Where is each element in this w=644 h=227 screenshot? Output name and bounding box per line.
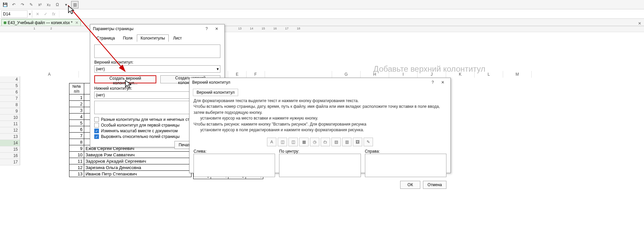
header-inner-tab[interactable]: Верхний колонтитул <box>193 89 238 96</box>
dialog-titlebar[interactable]: Параметры страницы ? ✕ <box>90 24 224 33</box>
subscript-icon[interactable]: x₂ <box>45 1 52 8</box>
format-text-icon[interactable]: A <box>267 138 276 146</box>
name-box-dropdown-icon[interactable]: ▾ <box>28 10 32 18</box>
help-icon[interactable]: ? <box>202 26 212 31</box>
row-header[interactable]: 17 <box>0 159 20 165</box>
header-toolbar: A ◫ ◫ ▦ ◷ 🗀 ▤ ▥ 🖼 ✎ <box>190 138 450 146</box>
sheet-name-icon[interactable]: ▥ <box>342 138 352 146</box>
workbook-tab-label: E43_Учебный файл — копия.xlsx * <box>8 20 72 25</box>
quick-access-toolbar: 💾 ↶ ↷ ✎ x² x₂ Ω ▾ ▥ <box>0 0 644 9</box>
left-section-label: Слева: <box>194 149 207 154</box>
row-header[interactable]: 10 <box>0 115 20 121</box>
row-header[interactable]: 11 <box>0 121 20 127</box>
redo-icon[interactable]: ↷ <box>19 1 26 8</box>
format-picture-icon[interactable]: ✎ <box>364 138 373 146</box>
right-section-input[interactable] <box>365 154 446 177</box>
close-tab-icon[interactable]: ✕ <box>75 20 78 25</box>
dialog-titlebar[interactable]: Верхний колонтитул ? ✕ <box>190 78 450 87</box>
name-box[interactable]: D14 <box>1 10 28 18</box>
row-header[interactable]: 12 <box>0 127 20 134</box>
fx-icon[interactable]: fx <box>51 12 56 16</box>
row-header[interactable]: 16 <box>0 153 20 159</box>
row-headers: 4 5 6 7 8 9 10 11 12 13 14 15 16 17 <box>0 76 20 165</box>
left-section-input[interactable] <box>194 154 275 177</box>
file-path-icon[interactable]: 🗀 <box>321 138 330 146</box>
row-header[interactable]: 7 <box>0 95 20 102</box>
upper-header-combo[interactable]: (нет)▾ <box>94 65 220 73</box>
col-header[interactable]: E <box>228 71 247 78</box>
row-header[interactable]: 15 <box>0 146 20 153</box>
col-header[interactable]: F <box>247 71 265 78</box>
center-section-input[interactable] <box>279 154 361 177</box>
file-icon <box>4 21 6 24</box>
undo-icon[interactable]: ↶ <box>10 1 17 8</box>
row-header[interactable]: 4 <box>0 76 20 83</box>
tab-margins[interactable]: Поля <box>119 34 136 42</box>
page-count-icon[interactable]: ◫ <box>288 138 298 146</box>
instructions: Для форматирования текста выделите текст… <box>190 96 450 135</box>
cancel-button[interactable]: Отмена <box>423 181 446 189</box>
dialog-title: Верхний колонтитул <box>192 80 230 85</box>
dropdown-icon[interactable]: ▾ <box>62 1 70 8</box>
accept-formula-icon[interactable]: ✓ <box>43 12 48 16</box>
header-preview <box>94 45 220 58</box>
cancel-formula-icon[interactable]: ✕ <box>35 12 40 16</box>
right-section-label: Справа: <box>365 149 380 154</box>
help-icon[interactable]: ? <box>428 80 438 85</box>
time-icon[interactable]: ◷ <box>310 138 319 146</box>
upper-header-label: Верхний колонтитул: <box>94 60 220 65</box>
row-header[interactable]: 8 <box>0 102 20 108</box>
dialog-tabs: Страница Поля Колонтитулы Лист <box>90 33 224 42</box>
header-dialog: Верхний колонтитул ? ✕ Верхний колонтиту… <box>189 78 451 173</box>
close-icon[interactable]: ✕ <box>212 26 222 31</box>
formula-bar: D14 ▾ ✕ ✓ fx <box>0 9 644 19</box>
row-header[interactable]: 14 <box>0 140 20 146</box>
superscript-icon[interactable]: x² <box>36 1 44 8</box>
dialog-title: Параметры страницы <box>93 26 133 31</box>
row-header[interactable]: 6 <box>0 89 20 95</box>
tab-headers[interactable]: Колонтитулы <box>137 34 169 42</box>
close-icon[interactable]: ✕ <box>438 80 448 85</box>
create-upper-header-button[interactable]: Создать верхний колонтитул... <box>94 75 156 83</box>
table-row[interactable]: 13Иванов Петр Степанович <box>69 171 192 177</box>
row-header[interactable]: 9 <box>0 108 20 115</box>
center-section-label: По центру: <box>279 149 299 154</box>
tab-sheet[interactable]: Лист <box>169 34 185 42</box>
row-header[interactable]: 5 <box>0 83 20 89</box>
page-number-icon[interactable]: ◫ <box>278 138 287 146</box>
save-icon[interactable]: 💾 <box>1 1 9 8</box>
insert-picture-icon[interactable]: 🖼 <box>353 138 362 146</box>
close-all-icon[interactable]: ✕ <box>635 21 644 26</box>
table-row[interactable]: 11Задорнов Аркадий Сергеевич <box>69 158 192 164</box>
ok-button[interactable]: ОК <box>400 181 420 189</box>
row-header[interactable]: 13 <box>0 134 20 140</box>
table-row[interactable]: 12Зарезина Ольга Денисовна <box>69 164 192 171</box>
workbook-tab[interactable]: E43_Учебный файл — копия.xlsx * ✕ <box>1 19 81 26</box>
date-icon[interactable]: ▦ <box>299 138 309 146</box>
tab-page[interactable]: Страница <box>93 34 118 42</box>
brush-icon[interactable]: ✎ <box>28 1 35 8</box>
file-name-icon[interactable]: ▤ <box>331 138 341 146</box>
chevron-down-icon: ▾ <box>217 67 219 71</box>
omega-icon[interactable]: Ω <box>54 1 61 8</box>
table-header: №№п/п <box>69 83 84 94</box>
col-header-a[interactable]: A <box>20 71 79 78</box>
formula-input[interactable] <box>59 10 641 18</box>
header-footer-icon[interactable]: ▥ <box>71 1 78 8</box>
table-row[interactable]: 10Завидов Рэм Савватеич <box>69 152 192 158</box>
